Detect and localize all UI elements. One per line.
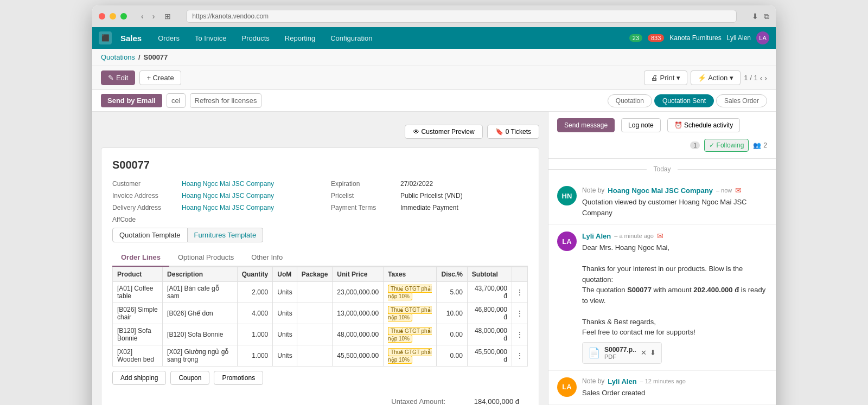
cell-subtotal: 45,500,000 đ bbox=[467, 345, 512, 367]
breadcrumb: Quotations / S00077 bbox=[92, 49, 776, 66]
create-button[interactable]: + Create bbox=[139, 70, 181, 85]
step-quotation[interactable]: Quotation bbox=[608, 94, 652, 107]
titlebar-icons: ⬇ ⧉ bbox=[752, 12, 769, 21]
cell-menu[interactable]: ⋮ bbox=[512, 282, 527, 303]
table-row[interactable]: [B026] Simple chair [B026] Ghế đơn 4.000… bbox=[113, 303, 528, 324]
nav-orders[interactable]: Orders bbox=[155, 32, 183, 44]
message-item: LA Lyli Alen – a minute ago ✉ Dear Mrs. … bbox=[548, 225, 776, 371]
cell-uom: Units bbox=[273, 303, 297, 324]
download-icon[interactable]: ⬇ bbox=[752, 12, 758, 21]
field-affcode: AffCode bbox=[112, 216, 528, 223]
msg-right: 1 ✓ Following 👥 2 bbox=[690, 139, 767, 152]
layout-button[interactable]: ⊞ bbox=[164, 12, 171, 21]
tab-optional-products[interactable]: Optional Products bbox=[169, 249, 242, 267]
pdf-actions[interactable]: ✕ ⬇ bbox=[641, 349, 656, 357]
cell-unit-price: 45,500,000.00 bbox=[333, 345, 384, 367]
right-panel: Send message Log note ⏰ Schedule activit… bbox=[548, 112, 776, 405]
cell-unit-price: 13,000,000.00 bbox=[333, 303, 384, 324]
cell-product: [A01] Coffee table bbox=[113, 282, 163, 303]
breadcrumb-separator: / bbox=[138, 53, 141, 61]
tab-order-lines[interactable]: Order Lines bbox=[112, 249, 169, 267]
log-note-button[interactable]: Log note bbox=[621, 118, 661, 132]
form-row-customer: Customer Hoang Ngoc Mai JSC Company Expi… bbox=[112, 180, 528, 188]
send-message-button[interactable]: Send message bbox=[557, 118, 615, 132]
breadcrumb-current: S00077 bbox=[144, 53, 168, 61]
close-dot[interactable] bbox=[99, 13, 105, 20]
nav-products[interactable]: Products bbox=[238, 32, 272, 44]
user-avatar[interactable]: LA bbox=[756, 31, 769, 44]
promotions-button[interactable]: Promotions bbox=[214, 371, 263, 385]
window-icon[interactable]: ⧉ bbox=[764, 12, 769, 21]
quotation-template-value[interactable]: Furnitures Template bbox=[188, 228, 264, 242]
action-row: 👁 Customer Preview 🔖 0 Tickets bbox=[101, 125, 539, 139]
minimize-dot[interactable] bbox=[110, 13, 116, 20]
msg-text: Sales Order created bbox=[582, 388, 767, 398]
next-page-button[interactable]: › bbox=[764, 74, 767, 82]
cell-menu[interactable]: ⋮ bbox=[512, 303, 527, 324]
table-row[interactable]: [X02] Wooden bed [X02] Giường ngủ gỗ san… bbox=[113, 345, 528, 367]
customer-preview-button[interactable]: 👁 Customer Preview bbox=[405, 125, 483, 139]
col-uom: UoM bbox=[273, 267, 297, 282]
tab-other-info[interactable]: Other Info bbox=[242, 249, 291, 267]
nav-configuration[interactable]: Configuration bbox=[327, 32, 375, 44]
toolbar-right: 🖨 Print ▾ ⚡ Action ▾ 1 / 1 ‹ › bbox=[644, 70, 767, 85]
eye-icon: 👁 bbox=[413, 128, 419, 136]
msg-author: Lyli Alen bbox=[608, 377, 636, 385]
cell-package bbox=[297, 345, 333, 367]
refresh-button[interactable]: Refresh for licenses bbox=[190, 93, 262, 108]
cell-package bbox=[297, 324, 333, 345]
step-sales-order[interactable]: Sales Order bbox=[716, 94, 767, 107]
pagination: 1 / 1 ‹ › bbox=[744, 74, 767, 82]
download-icon[interactable]: ⬇ bbox=[650, 349, 656, 357]
msg-header: Lyli Alen – a minute ago ✉ bbox=[582, 232, 767, 240]
add-shipping-button[interactable]: Add shipping bbox=[112, 371, 166, 385]
edit-button[interactable]: ✎ Edit bbox=[101, 70, 135, 85]
close-icon[interactable]: ✕ bbox=[641, 349, 647, 357]
cancel-button[interactable]: cel bbox=[167, 93, 186, 108]
field-delivery-address: Delivery Address Hoang Ngoc Mai JSC Comp… bbox=[112, 204, 309, 211]
pdf-attachment[interactable]: 📄 S00077.p.. PDF ✕ ⬇ bbox=[582, 342, 662, 364]
nav-reporting[interactable]: Reporting bbox=[282, 32, 318, 44]
cell-product: [X02] Wooden bed bbox=[113, 345, 163, 367]
maximize-dot[interactable] bbox=[120, 13, 127, 20]
prev-page-button[interactable]: ‹ bbox=[760, 74, 763, 82]
msg-body: Note by Lyli Alen – 12 minutes ago Sales… bbox=[582, 377, 767, 398]
cell-taxes: Thuế GTGT phải nộp 10% bbox=[384, 282, 437, 303]
print-button[interactable]: 🖨 Print ▾ bbox=[644, 70, 687, 85]
chat-badge[interactable]: 833 bbox=[648, 34, 664, 42]
nav-to-invoice[interactable]: To Invoice bbox=[192, 32, 230, 44]
notification-badge[interactable]: 23 bbox=[629, 34, 642, 42]
nav-arrows[interactable]: ‹ › bbox=[138, 11, 158, 22]
tickets-button[interactable]: 🔖 0 Tickets bbox=[487, 125, 539, 139]
thread-count: 1 bbox=[690, 142, 700, 149]
step-quotation-sent[interactable]: Quotation Sent bbox=[654, 94, 714, 107]
messages-container: HN Note by Hoang Ngoc Mai JSC Company – … bbox=[548, 179, 776, 405]
back-button[interactable]: ‹ bbox=[138, 11, 147, 22]
url-bar[interactable]: https://kanota.vendoo.com bbox=[186, 10, 737, 23]
schedule-activity-button[interactable]: ⏰ Schedule activity bbox=[667, 118, 740, 132]
cell-quantity: 1.000 bbox=[237, 324, 273, 345]
form-row-invoice: Invoice Address Hoang Ngoc Mai JSC Compa… bbox=[112, 192, 528, 200]
cell-menu[interactable]: ⋮ bbox=[512, 345, 527, 367]
cell-subtotal: 43,700,000 đ bbox=[467, 282, 512, 303]
forward-button[interactable]: › bbox=[149, 11, 158, 22]
msg-text: Quotation viewed by customer Hoang Ngoc … bbox=[582, 197, 767, 218]
msg-header: Note by Lyli Alen – 12 minutes ago bbox=[582, 377, 767, 385]
breadcrumb-parent[interactable]: Quotations bbox=[101, 53, 135, 61]
action-button[interactable]: ⚡ Action ▾ bbox=[691, 70, 741, 85]
table-row[interactable]: [B120] Sofa Bonnie [B120] Sofa Bonnie 1.… bbox=[113, 324, 528, 345]
users-icon: 👥 bbox=[753, 142, 761, 149]
main-content: 👁 Customer Preview 🔖 0 Tickets S00077 Cu… bbox=[92, 112, 548, 405]
edit-icon: ✎ bbox=[108, 74, 114, 82]
status-bar: Send by Email cel Refresh for licenses Q… bbox=[92, 90, 776, 112]
cell-disc: 10.00 bbox=[437, 303, 467, 324]
table-row[interactable]: [A01] Coffee table [A01] Bàn cafe gỗ sam… bbox=[113, 282, 528, 303]
coupon-button[interactable]: Coupon bbox=[170, 371, 209, 385]
col-quantity: Quantity bbox=[237, 267, 273, 282]
send-email-button[interactable]: Send by Email bbox=[101, 94, 162, 107]
following-button[interactable]: ✓ Following bbox=[704, 139, 749, 152]
col-actions bbox=[512, 267, 527, 282]
email-icon: ✉ bbox=[735, 186, 742, 195]
cell-description: [A01] Bàn cafe gỗ sam bbox=[163, 282, 238, 303]
cell-menu[interactable]: ⋮ bbox=[512, 324, 527, 345]
